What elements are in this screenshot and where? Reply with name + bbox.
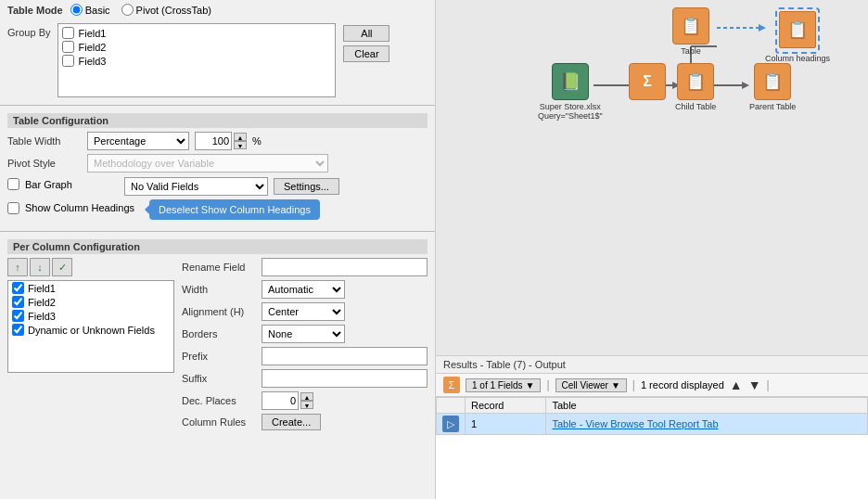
field1-checkbox[interactable] bbox=[62, 27, 74, 39]
field3-checkbox[interactable] bbox=[62, 55, 74, 67]
radio-basic[interactable]: Basic bbox=[70, 4, 110, 16]
per-col-section: Per Column Configuration ↑ ↓ ✓ Field1 Fi… bbox=[0, 236, 435, 438]
results-panel: Results - Table (7) - Output Σ 1 of 1 Fi… bbox=[436, 355, 868, 499]
pipe-2: | bbox=[632, 378, 635, 391]
super-store-label: Super Store.xlsxQuery="Sheet1$" bbox=[538, 102, 603, 121]
group-by-fields-box: Field1 Field2 Field3 bbox=[57, 23, 336, 97]
cell-viewer-button[interactable]: Cell Viewer ▼ bbox=[555, 378, 627, 392]
all-button[interactable]: All bbox=[343, 25, 389, 42]
row-icon-cell: ▷ bbox=[437, 414, 466, 435]
dec-places-spinner: ▲ ▼ bbox=[262, 391, 313, 410]
borders-dropdown[interactable]: None bbox=[262, 325, 345, 343]
col-rules-row: Column Rules Create... bbox=[182, 414, 428, 430]
data-table: Record Table ▷ 1 Table - View Browse Too… bbox=[436, 397, 868, 435]
th-icon bbox=[437, 398, 466, 414]
col-field3-checkbox[interactable] bbox=[12, 310, 24, 322]
results-toolbar: Σ 1 of 1 Fields ▼ | Cell Viewer ▼ | 1 re… bbox=[436, 374, 868, 397]
col-field2-checkbox[interactable] bbox=[12, 296, 24, 308]
col-check-btn[interactable]: ✓ bbox=[52, 258, 72, 276]
expand-icon[interactable]: ▷ bbox=[442, 416, 459, 432]
col-headings-node[interactable]: 📋 Column headings bbox=[765, 7, 830, 63]
radio-pivot-label: Pivot (CrossTab) bbox=[136, 5, 211, 16]
col-list-item-field3[interactable]: Field3 bbox=[8, 309, 173, 323]
suffix-label: Suffix bbox=[182, 373, 256, 384]
records-up-btn[interactable]: ▲ bbox=[730, 377, 743, 392]
table-width-spinner: ▲ ▼ bbox=[195, 132, 247, 150]
table-link[interactable]: Table - View Browse Tool Report Tab bbox=[552, 418, 718, 429]
table-width-dropdown[interactable]: Percentage Pixels Auto bbox=[87, 132, 189, 150]
col-dynamic-label: Dynamic or Unknown Fields bbox=[28, 325, 155, 336]
show-col-headings-label: Show Column Headings bbox=[25, 202, 134, 213]
col-field1-checkbox[interactable] bbox=[12, 282, 24, 294]
col-field1-label: Field1 bbox=[28, 283, 56, 294]
group-by-section: Group By Field1 Field2 Field3 All Clear bbox=[0, 19, 435, 101]
pivot-style-row: Pivot Style Methodology over Variable bbox=[7, 154, 428, 173]
super-store-node[interactable]: 📗 Super Store.xlsxQuery="Sheet1$" bbox=[538, 63, 603, 121]
prefix-input[interactable] bbox=[262, 347, 428, 365]
show-col-headings-checkbox-row: Show Column Headings bbox=[7, 200, 134, 216]
parent-table-node[interactable]: 📋 Parent Table bbox=[749, 63, 796, 111]
radio-pivot[interactable]: Pivot (CrossTab) bbox=[121, 4, 211, 16]
fields-button-label: 1 of 1 Fields bbox=[472, 380, 522, 390]
spinner-down[interactable]: ▼ bbox=[234, 141, 247, 149]
tooltip-bubble: Deselect Show Column Headings bbox=[149, 199, 320, 220]
clear-button[interactable]: Clear bbox=[343, 45, 389, 62]
col-field3-label: Field3 bbox=[28, 311, 56, 322]
field2-checkbox[interactable] bbox=[62, 41, 74, 53]
radio-pivot-input[interactable] bbox=[121, 4, 134, 16]
cell-viewer-dropdown-icon[interactable]: ▼ bbox=[611, 380, 620, 390]
alignment-label: Alignment (H) bbox=[182, 306, 256, 317]
show-col-headings-checkbox[interactable] bbox=[7, 202, 19, 214]
field-item-3: Field3 bbox=[60, 54, 333, 68]
field3-label: Field3 bbox=[78, 56, 106, 67]
col-list-box: Field1 Field2 Field3 Dynamic or Unknown … bbox=[7, 280, 174, 373]
width-dropdown[interactable]: Automatic bbox=[262, 280, 345, 299]
col-list-item-field2[interactable]: Field2 bbox=[8, 295, 173, 309]
svg-marker-5 bbox=[742, 82, 749, 89]
th-table: Table bbox=[546, 398, 868, 414]
alignment-row: Alignment (H) Center Left Right bbox=[182, 302, 428, 321]
spinner-up[interactable]: ▲ bbox=[234, 133, 247, 141]
col-up-btn[interactable]: ↑ bbox=[7, 258, 28, 276]
create-button[interactable]: Create... bbox=[262, 414, 321, 430]
table-node-label: Table bbox=[681, 46, 701, 56]
col-list-item-dynamic[interactable]: Dynamic or Unknown Fields bbox=[8, 323, 173, 337]
table-row[interactable]: ▷ 1 Table - View Browse Tool Report Tab bbox=[437, 414, 868, 435]
table-mode-label: Table Mode bbox=[7, 5, 63, 16]
dec-down-btn[interactable]: ▼ bbox=[300, 401, 313, 409]
bar-graph-dropdown[interactable]: No Valid Fields bbox=[124, 177, 268, 196]
fields-button[interactable]: 1 of 1 Fields ▼ bbox=[466, 378, 541, 392]
child-table-node[interactable]: 📋 Child Table bbox=[675, 63, 716, 111]
sigma-node[interactable]: Σ bbox=[629, 63, 666, 102]
table-node[interactable]: 📋 Table bbox=[672, 7, 709, 56]
radio-basic-label: Basic bbox=[85, 5, 110, 16]
table-body: ▷ 1 Table - View Browse Tool Report Tab bbox=[437, 414, 868, 435]
rename-field-input[interactable] bbox=[262, 258, 428, 276]
fields-dropdown-icon[interactable]: ▼ bbox=[525, 380, 534, 390]
col-list-item-field1[interactable]: Field1 bbox=[8, 281, 173, 295]
record-cell: 1 bbox=[466, 414, 546, 435]
prefix-row: Prefix bbox=[182, 347, 428, 365]
suffix-input[interactable] bbox=[262, 369, 428, 388]
col-dynamic-checkbox[interactable] bbox=[12, 324, 24, 336]
records-down-btn[interactable]: ▼ bbox=[748, 377, 761, 392]
dec-up-btn[interactable]: ▲ bbox=[300, 392, 313, 401]
right-panel: 📋 Table 📋 Column headings 📗 Super Store.… bbox=[436, 0, 868, 499]
header-row: Record Table bbox=[437, 398, 868, 414]
per-col-title: Per Column Configuration bbox=[7, 239, 428, 254]
col-fields-right: Rename Field Width Automatic Alignment (… bbox=[182, 258, 428, 434]
pipe-3: | bbox=[767, 378, 770, 391]
col-down-btn[interactable]: ↓ bbox=[30, 258, 50, 276]
alignment-dropdown[interactable]: Center Left Right bbox=[262, 302, 345, 321]
borders-label: Borders bbox=[182, 328, 256, 339]
group-by-label: Group By bbox=[7, 23, 50, 97]
table-width-input[interactable] bbox=[195, 132, 232, 150]
table-header: Record Table bbox=[437, 398, 868, 414]
group-by-buttons: All Clear bbox=[343, 23, 389, 97]
table-width-label: Table Width bbox=[7, 135, 82, 147]
bar-graph-checkbox[interactable] bbox=[7, 178, 19, 190]
settings-button[interactable]: Settings... bbox=[274, 178, 339, 195]
dec-places-input[interactable] bbox=[262, 391, 299, 410]
left-panel: Table Mode Basic Pivot (CrossTab) Group … bbox=[0, 0, 436, 499]
radio-basic-input[interactable] bbox=[70, 4, 83, 16]
